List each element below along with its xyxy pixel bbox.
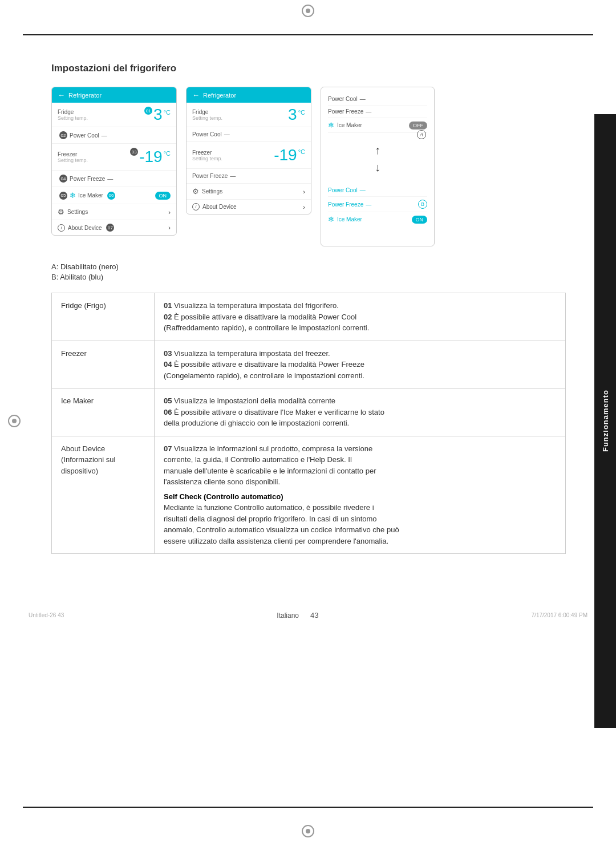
num-07: 07 <box>164 444 172 453</box>
power-cool-dash-2: — <box>224 131 230 137</box>
badge-01: 01 <box>144 107 152 115</box>
desc-02: È possibile attivare e disattivare la mo… <box>172 313 356 321</box>
self-check-desc: Mediante la funzione Controllo automatic… <box>164 502 556 513</box>
arrow-down-icon: ↓ <box>375 161 380 173</box>
section-title: Impostazioni del frigorifero <box>51 63 566 74</box>
table-body: Fridge (Frigo) 01 Visualizza la temperat… <box>52 293 566 554</box>
phone-freezer-row-1: Freezer Setting temp. 03 -19 °C <box>52 144 176 171</box>
freezer-sub-label-2: Setting temp. <box>192 156 222 161</box>
power-cool-dash-1: — <box>102 132 107 139</box>
panel-powercool-row: Power Cool — <box>328 93 427 106</box>
freezer-row-content: 03 Visualizza la temperatura impostata d… <box>155 341 566 388</box>
phone-header-1: ← Refrigerator <box>52 87 176 103</box>
footer-right: Italiano 43 <box>277 611 318 620</box>
desc-02b: (Raffreddamento rapido), e controllare l… <box>164 323 369 332</box>
panel-powercool2-group: Power Cool — <box>328 187 366 193</box>
phone-header-2: ← Refrigerator <box>187 87 311 103</box>
freezer-unit-2: °C <box>298 148 305 155</box>
arrow-up-icon: ↑ <box>375 144 380 156</box>
phone-fridge-row-1: Fridge Setting temp. 01 3 °C <box>52 103 176 127</box>
fridge-temp-1: 3 <box>153 107 163 123</box>
arrow-group: ↑ ↓ <box>328 133 427 184</box>
right-sidebar: Funzionamento <box>594 114 616 728</box>
panel-powercool-label: Power Cool <box>328 96 358 102</box>
fridge-label-group-2: Fridge Setting temp. <box>192 109 222 121</box>
fridge-sub-label-1: Setting temp. <box>58 115 88 121</box>
panel-powerfreeze2-dash: — <box>366 201 371 208</box>
phone-about-row-2: i About Device › <box>187 200 311 214</box>
panel-icemaker-row: ❄ Ice Maker OFF <box>328 118 427 133</box>
phone-powercool-row-2: Power Cool — <box>187 127 311 142</box>
fridge-row-label: Fridge (Frigo) <box>52 293 155 341</box>
freezer-row-label: Freezer <box>52 341 155 388</box>
freezer-sub-label-1: Setting temp. <box>58 157 88 163</box>
settings-gear-icon-1: ⚙ <box>58 208 64 216</box>
bottom-border <box>23 807 593 808</box>
table-row-fridge: Fridge (Frigo) 01 Visualizza la temperat… <box>52 293 566 341</box>
panel-powercool2-dash: — <box>360 187 366 193</box>
circle-a-label: A <box>417 130 426 139</box>
panel-powerfreeze-group: Power Freeze — <box>328 108 371 115</box>
on-badge-panel2: ON <box>412 216 428 224</box>
desc-07c: manuale dell'utente è scaricabile e le i… <box>164 465 556 477</box>
settings-nav-arrow-2: › <box>303 188 305 195</box>
top-circle <box>302 5 314 17</box>
freezer-temp-group-2: -19 °C <box>274 146 305 164</box>
table-row-about: About Device (Informazioni sul dispositi… <box>52 436 566 554</box>
phone-header-label-1: Refrigerator <box>68 92 102 99</box>
footer-file: Untitled-26 43 <box>29 612 64 618</box>
freezer-temp-1: -19 <box>139 148 162 166</box>
page-container: Funzionamento Impostazioni del frigorife… <box>0 0 616 842</box>
panel-powerfreeze2-group: Power Freeze — <box>328 201 371 208</box>
top-border <box>23 34 593 35</box>
power-freeze-group-1: 04 Power Freeze — <box>58 175 113 183</box>
settings-left-1: ⚙ Settings <box>58 208 88 216</box>
fridge-temp-2: 3 <box>288 107 297 123</box>
legend-a: A: Disabilitato (nero) <box>51 262 566 271</box>
num-03: 03 <box>164 349 172 358</box>
power-cool-text-1: Power Cool <box>70 132 99 139</box>
table-row-icemaker: Ice Maker 05 Visualizza le impostazioni … <box>52 388 566 436</box>
panel-icemaker-label: Ice Maker <box>337 122 362 128</box>
power-freeze-text-2: Power Freeze <box>192 173 228 179</box>
fridge-label-group-1: Fridge Setting temp. <box>58 109 88 121</box>
desc-07b: corrente, la guida, il Controllo automat… <box>164 454 556 465</box>
panel-powerfreeze2-label: Power Freeze <box>328 201 363 208</box>
power-freeze-dash-2: — <box>230 173 236 179</box>
phone-ui-1: ← Refrigerator Fridge Setting temp. 01 3… <box>51 87 177 236</box>
num-05: 05 <box>164 396 172 405</box>
freezer-label-group-1: Freezer Setting temp. <box>58 151 88 163</box>
ice-maker-group-1: 05 ❄ Ice Maker 06 <box>58 191 115 200</box>
phone-powerfreeze-row-1: 04 Power Freeze — <box>52 171 176 187</box>
fridge-temp-group-2: 3 °C <box>288 107 305 123</box>
desc-05: Visualizza le impostazioni della modalit… <box>172 396 335 405</box>
footer-language: Italiano <box>277 612 299 620</box>
freezer-temp-group-1: 03 -19 °C <box>128 148 171 166</box>
ice-icon-panel2: ❄ <box>328 215 334 224</box>
panel-powercool-dash: — <box>360 96 366 102</box>
ice-icon-panel: ❄ <box>328 121 334 129</box>
phone-fridge-row-2: Fridge Setting temp. 3 °C <box>187 103 311 127</box>
fridge-unit-2: °C <box>298 109 305 116</box>
off-badge-panel: OFF <box>409 122 427 129</box>
fridge-row-content: 01 Visualizza la temperatura impostata d… <box>155 293 566 341</box>
freezer-label-group-2: Freezer Setting temp. <box>192 149 222 161</box>
phone-settings-row-2: ⚙ Settings › <box>187 184 311 200</box>
desc-04b: (Congelamento rapido), e controllare le … <box>164 371 364 380</box>
panel-powercool2-row: Power Cool — <box>328 184 427 197</box>
desc-06: È possibile attivare o disattivare l'Ice… <box>172 408 384 416</box>
phone-settings-row-1: ⚙ Settings › <box>52 204 176 220</box>
table-row-freezer: Freezer 03 Visualizza la temperatura imp… <box>52 341 566 388</box>
info-icon-2: i <box>192 203 200 211</box>
ice-maker-text-1: Ice Maker <box>78 192 103 199</box>
panel-powerfreeze-row: Power Freeze — <box>328 106 427 118</box>
fridge-unit-1: °C <box>164 109 171 116</box>
legend: A: Disabilitato (nero) B: Abilitato (blu… <box>51 262 566 281</box>
panel-icemaker2-label: Ice Maker <box>337 216 362 222</box>
desc-06b: della produzione di ghiaccio con le impo… <box>164 419 349 427</box>
back-arrow-icon-1: ← <box>58 91 65 99</box>
self-check-desc3: anomalo, Controllo automatico visualizza… <box>164 524 556 536</box>
badge-02: 02 <box>59 131 67 139</box>
phone-header-label-2: Refrigerator <box>203 92 236 99</box>
settings-text-1: Settings <box>67 209 88 215</box>
